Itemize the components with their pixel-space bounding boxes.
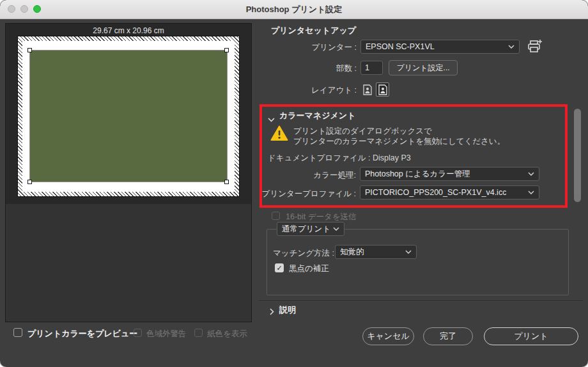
print-mode-select[interactable]: 通常プリント [277, 222, 344, 236]
printer-setup-title: プリンタセットアップ [271, 25, 356, 36]
warning-text-line2: プリンターのカラーマネジメントを無効にしてください。 [293, 136, 505, 147]
cancel-button[interactable]: キャンセル [362, 327, 414, 345]
gamut-warning-label: 色域外警告 [146, 329, 187, 340]
print-preview-panel: 29.67 cm x 20.96 cm [5, 23, 252, 322]
layout-label: レイアウト : [262, 85, 357, 96]
show-paper-white-label: 紙色を表示 [207, 329, 247, 340]
gamut-warning-checkbox [134, 329, 142, 337]
send-16bit-label: 16-bit データを送信 [286, 212, 357, 223]
titlebar[interactable]: Photoshop プリント設定 [0, 0, 588, 19]
rendering-intent-value: 知覚的 [340, 247, 364, 258]
preview-print-colors-checkbox[interactable] [13, 328, 22, 337]
chevron-down-icon [333, 227, 339, 231]
section-divider [259, 301, 582, 301]
rendering-intent-label: マッチング方法 : [273, 248, 334, 259]
checkmark-icon: ✓ [276, 264, 282, 272]
black-point-label: 黒点の補正 [289, 263, 329, 274]
done-button[interactable]: 完了 [423, 327, 473, 345]
copies-input[interactable] [360, 61, 383, 75]
description-disclosure-icon[interactable] [270, 306, 274, 318]
color-handling-value: Photoshop によるカラー管理 [365, 169, 470, 180]
print-settings-button[interactable]: プリント設定... [389, 60, 458, 75]
warning-triangle-icon [270, 125, 288, 144]
printer-profile-label: プリンタープロファイル : [256, 189, 356, 199]
show-paper-white-checkbox [194, 329, 203, 337]
resize-handle-top-left[interactable] [27, 48, 32, 52]
chevron-down-icon [508, 45, 514, 49]
description-title[interactable]: 説明 [279, 304, 296, 316]
document-profile-label: ドキュメントプロファイル : Display P3 [268, 153, 411, 164]
print-button[interactable]: プリント [484, 327, 578, 345]
paper-preview [18, 36, 239, 196]
send-16bit-checkbox [272, 212, 280, 220]
resize-handle-bottom-left[interactable] [27, 180, 32, 184]
color-handling-select[interactable]: Photoshop によるカラー管理 [360, 167, 539, 181]
window-title: Photoshop プリント設定 [0, 4, 588, 15]
preview-photo[interactable] [30, 51, 227, 182]
color-management-title[interactable]: カラーマネジメント [279, 110, 355, 121]
scrollbar-thumb[interactable] [574, 109, 581, 202]
print-mode-value: 通常プリント [282, 224, 329, 235]
color-handling-label: カラー処理: [262, 170, 356, 181]
resize-handle-top-right[interactable] [224, 48, 229, 52]
black-point-checkbox[interactable]: ✓ [275, 263, 284, 272]
copies-label: 部数 : [262, 63, 357, 74]
printer-select-value: EPSON SC-PX1VL [366, 42, 435, 51]
layout-landscape-icon[interactable] [376, 82, 389, 97]
resize-handle-bottom-right[interactable] [224, 180, 229, 184]
print-options-group [267, 229, 569, 295]
printer-profile-value: PICTORICO_PPS200_SC-PX1V_v4.icc [365, 188, 506, 197]
warning-text-line1: プリント設定のダイアログボックスで [293, 126, 432, 137]
chevron-down-icon [528, 172, 534, 176]
printer-select[interactable]: EPSON SC-PX1VL [360, 40, 520, 54]
printer-plus-icon[interactable] [527, 39, 543, 57]
printer-label: プリンター : [262, 42, 357, 53]
preview-print-colors-label: プリントカラーをプレビュー [27, 328, 137, 340]
rendering-intent-select[interactable]: 知覚的 [335, 245, 417, 259]
chevron-down-icon [405, 250, 412, 254]
paper-dimensions-label: 29.67 cm x 20.96 cm [6, 26, 251, 35]
photoshop-print-settings-dialog: Photoshop プリント設定 29.67 cm x 20.96 cm プリン… [0, 0, 588, 367]
color-management-disclosure-icon[interactable] [268, 113, 275, 125]
printer-profile-select[interactable]: PICTORICO_PPS200_SC-PX1V_v4.icc [360, 185, 539, 199]
layout-portrait-icon[interactable] [360, 82, 374, 97]
chevron-down-icon [528, 191, 534, 194]
